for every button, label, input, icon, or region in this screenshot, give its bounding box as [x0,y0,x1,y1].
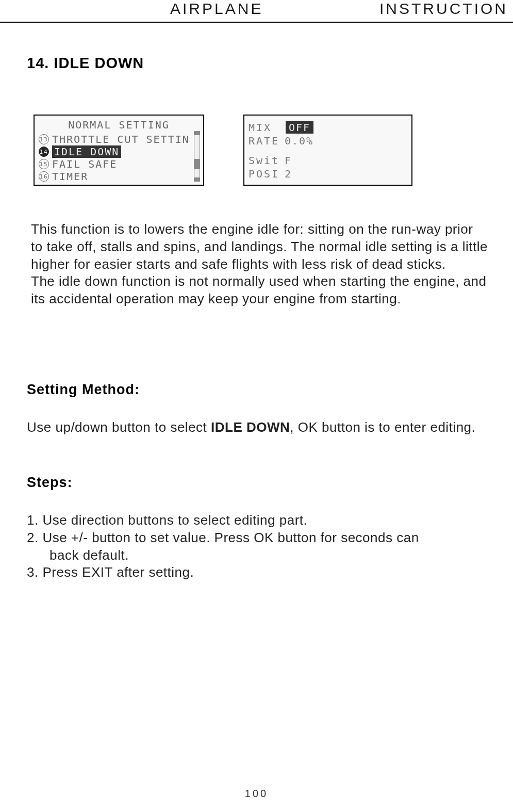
lcd-menu-title: NORMAL SETTING [39,119,199,131]
menu-item-number: 13 [39,134,49,144]
menu-item-number: 15 [39,159,49,169]
menu-item-13: 13 THROTTLE CUT SETTIN [39,133,199,145]
section-title: 14. IDLE DOWN [27,55,144,72]
lcd-detail-screenshot: MIX OFF RATE 0.0% Swit F POSI 2 [243,115,412,186]
detail-mix-row: MIX OFF [249,121,407,134]
lcd-menu-screenshot: NORMAL SETTING 13 THROTTLE CUT SETTIN 14… [34,115,204,186]
step-3: 3. Press EXIT after setting. [27,564,491,581]
menu-item-label: TIMER [52,170,88,183]
page-header: AIRPLANE INSTRUCTION [0,0,513,23]
detail-swit-row: Swit F [249,154,407,167]
menu-item-16: 16 TIMER [39,170,199,183]
mix-label: MIX [249,121,285,134]
step-1: 1. Use direction buttons to select editi… [27,512,491,529]
setting-method-pre: Use up/down button to select [27,419,211,435]
menu-item-number: 16 [39,171,49,182]
swit-label: Swit [249,154,285,167]
swit-value: F [285,154,292,167]
mix-value: OFF [286,121,313,134]
lcd-menu-content: NORMAL SETTING 13 THROTTLE CUT SETTIN 14… [39,119,199,183]
step-2-line-1: 2. Use +/- button to set value. Press OK… [27,529,491,547]
step-2-line-2: back default. [27,547,491,564]
description-text: This function is to lowers the engine id… [31,221,488,308]
header-left: AIRPLANE [170,0,263,18]
detail-posi-row: POSI 2 [249,167,407,181]
lcd-detail-content: MIX OFF RATE 0.0% Swit F POSI 2 [249,121,407,181]
menu-item-label-selected: IDLE DOWN [52,145,121,158]
rate-value: 0.0% [285,135,313,147]
steps-heading: Steps: [27,475,73,491]
setting-method-heading: Setting Method: [27,382,140,398]
rate-label: RATE [249,135,285,147]
setting-method-post: , OK button is to enter editing. [290,419,475,435]
header-right: INSTRUCTION [379,0,508,18]
description-paragraph-2: The idle down function is not normally u… [31,273,488,308]
lcd-scrollbar-thumb [194,159,200,169]
menu-item-label: FAIL SAFE [52,158,117,170]
menu-item-14: 14 IDLE DOWN [39,145,199,158]
detail-spacer [249,148,407,154]
page: AIRPLANE INSTRUCTION 14. IDLE DOWN NORMA… [0,0,513,812]
lcd-scrollbar [194,131,200,182]
detail-rate-row: RATE 0.0% [249,134,407,148]
menu-item-number: 14 [39,147,49,157]
menu-item-label: THROTTLE CUT SETTIN [52,133,190,145]
posi-label: POSI [249,168,285,180]
setting-method-bold: IDLE DOWN [211,419,290,435]
steps-list: 1. Use direction buttons to select editi… [27,512,491,581]
menu-item-15: 15 FAIL SAFE [39,158,199,170]
description-paragraph-1: This function is to lowers the engine id… [31,221,488,273]
posi-value: 2 [285,168,292,180]
setting-method-body: Use up/down button to select IDLE DOWN, … [27,419,486,436]
page-number: 100 [0,788,513,800]
